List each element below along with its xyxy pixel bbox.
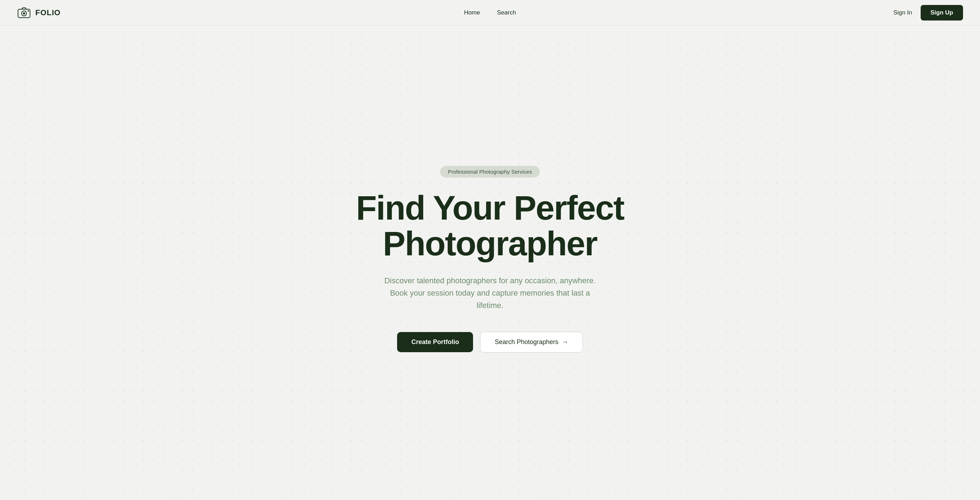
nav-links: Home Search bbox=[464, 9, 516, 16]
signup-button[interactable]: Sign Up bbox=[921, 5, 963, 21]
nav-link-home[interactable]: Home bbox=[464, 9, 480, 16]
hero-title-line2: Photographer bbox=[383, 225, 597, 262]
hero-subtitle: Discover talented photographers for any … bbox=[377, 275, 603, 312]
hero-title-line1: Find Your Perfect bbox=[356, 189, 624, 227]
create-portfolio-button[interactable]: Create Portfolio bbox=[397, 332, 473, 352]
signin-link[interactable]: Sign In bbox=[893, 9, 912, 16]
arrow-icon: → bbox=[562, 339, 568, 346]
camera-icon bbox=[17, 6, 31, 20]
svg-point-3 bbox=[27, 10, 29, 12]
hero-title: Find Your Perfect Photographer bbox=[356, 190, 624, 262]
nav-link-search[interactable]: Search bbox=[497, 9, 516, 16]
nav-auth: Sign In Sign Up bbox=[893, 5, 963, 21]
svg-point-2 bbox=[23, 12, 25, 14]
navbar: FOLIO Home Search Sign In Sign Up bbox=[0, 0, 980, 26]
hero-cta-group: Create Portfolio Search Photographers → bbox=[397, 332, 582, 353]
brand-name: FOLIO bbox=[35, 8, 61, 18]
hero-badge: Professional Photography Services bbox=[440, 166, 540, 177]
search-photographers-label: Search Photographers bbox=[495, 339, 558, 346]
nav-brand-group: FOLIO bbox=[17, 6, 61, 20]
search-photographers-button[interactable]: Search Photographers → bbox=[480, 332, 582, 353]
hero-section: Professional Photography Services Find Y… bbox=[0, 26, 980, 500]
